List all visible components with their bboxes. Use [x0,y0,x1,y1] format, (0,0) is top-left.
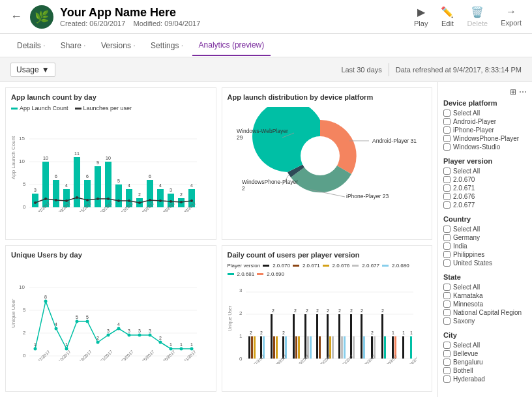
country-select-all-checkbox[interactable] [443,226,451,233]
legend-2681: 2.0.681 [228,271,255,277]
city-bothell-checkbox[interactable] [443,367,451,374]
svg-text:1: 1 [65,342,68,347]
svg-text:0: 0 [23,353,26,359]
player-2670-checkbox[interactable] [443,176,451,183]
city-bellevue-label: Bellevue [453,350,478,357]
legend-dot-launch [11,108,18,110]
svg-rect-167 [384,336,386,359]
state-select-all-checkbox[interactable] [443,284,451,291]
svg-text:WindowsPhone-Player: WindowsPhone-Player [242,179,298,185]
svg-text:0: 0 [23,204,26,210]
daily-legend: Player version 2.0.670 2.0.671 2.0.676 2… [228,263,427,277]
player-2671-label: 2.0.671 [453,184,475,192]
state-karnataka-checkbox[interactable] [443,292,451,299]
country-india-checkbox[interactable] [443,243,451,250]
device-platform-section: Device platform Select All Android-Playe… [443,99,527,151]
svg-point-55 [180,201,183,203]
back-button[interactable]: ← [10,10,22,23]
player-version-section: Player version Select All 2.0.670 2.0.67… [443,157,527,209]
device-select-all-label: Select All [453,110,480,117]
country-india-label: India [453,243,467,250]
launch-count-chart: App launch count by day App Launch Count… [5,87,216,240]
player-2677-checkbox[interactable] [443,201,451,209]
svg-text:09/01/2017: 09/01/2017 [179,349,197,360]
svg-text:1: 1 [190,342,193,347]
player-2677-label: 2.0.677 [453,201,475,209]
city-hyderabad-checkbox[interactable] [443,375,451,383]
donut-svg: Android-Player 31 iPhone-Player 23 Windo… [235,107,418,205]
legend-launches-user: Launches per user [75,105,132,111]
device-select-all-checkbox[interactable] [443,110,451,117]
legend-2676: 2.0.676 [323,263,350,269]
unique-users-area: 0 2 5 10 Unique User [11,263,211,364]
more-icon[interactable]: ⋯ [519,87,527,96]
svg-rect-149 [304,314,306,359]
svg-text:3: 3 [138,329,141,333]
svg-text:2: 2 [282,331,285,335]
device-winphone-checkbox[interactable] [443,135,451,142]
sidebar-top-icons: ⊞ ⋯ [443,87,527,96]
country-philippines-checkbox[interactable] [443,251,451,258]
country-germany-checkbox[interactable] [443,234,451,241]
svg-text:3: 3 [128,329,130,333]
country-philippines: Philippines [443,251,527,258]
svg-rect-137 [251,336,253,359]
launch-chart-title: App launch count by day [11,93,211,101]
svg-rect-154 [327,314,329,359]
tab-settings[interactable]: Settings• [144,36,189,55]
player-2671: 2.0.671 [443,184,527,192]
svg-text:5: 5 [117,179,120,183]
player-2676-label: 2.0.676 [453,193,475,200]
player-2670-label: 2.0.670 [453,176,475,183]
tab-versions[interactable]: Versions• [95,36,141,55]
tab-share[interactable]: Share• [54,36,92,55]
device-iphone: iPhone-Player [443,126,527,134]
svg-text:08/25/2017: 08/25/2017 [137,349,155,360]
city-bengaluru-checkbox[interactable] [443,359,451,366]
svg-text:4: 4 [117,322,120,327]
svg-point-43 [55,199,57,201]
svg-rect-21 [95,166,101,207]
svg-rect-162 [361,314,362,359]
state-saxony-checkbox[interactable] [443,317,451,325]
player-select-all-checkbox[interactable] [443,168,451,175]
device-iphone-checkbox[interactable] [443,126,451,134]
player-2671-checkbox[interactable] [443,184,451,192]
legend-player-label: Player version [228,263,261,269]
nav-tabs: Details• Share• Versions• Settings• Anal… [0,34,532,57]
city-select-all-checkbox[interactable] [443,342,451,349]
country-germany-label: Germany [453,234,480,241]
play-button[interactable]: ▶ Play [414,6,428,27]
usage-dropdown[interactable]: Usage ▼ [10,63,55,77]
svg-rect-152 [316,314,318,359]
city-section: City Select All Bellevue Bengaluru Bothe… [443,331,527,383]
delete-button[interactable]: 🗑️ Delete [467,6,488,27]
svg-point-86 [34,347,37,351]
city-bellevue-checkbox[interactable] [443,350,451,357]
device-winstudio-checkbox[interactable] [443,143,451,151]
player-2676-checkbox[interactable] [443,193,451,200]
svg-text:15: 15 [19,136,25,141]
export-button[interactable]: → Export [501,6,522,27]
city-bothell: Bothell [443,367,527,374]
country-us-checkbox[interactable] [443,259,451,267]
player-version-title: Player version [443,157,527,165]
device-winphone: WindowsPhone-Player [443,135,527,142]
launch-legend: App Launch Count Launches per user [11,105,211,111]
state-ncr-checkbox[interactable] [443,309,451,316]
edit-button[interactable]: ✏️ Edit [441,6,454,27]
svg-text:9: 9 [96,160,99,165]
country-india: India [443,243,527,250]
city-title: City [443,331,527,339]
state-minnesota-checkbox[interactable] [443,301,451,308]
device-android-checkbox[interactable] [443,118,451,125]
svg-rect-9 [32,194,38,207]
svg-text:iPhone-Player 23: iPhone-Player 23 [346,193,389,199]
svg-text:2: 2 [306,308,308,313]
legend-dot-user [75,108,81,110]
city-hyderabad: Hyderabad [443,375,527,383]
svg-point-48 [107,198,110,200]
grid-icon[interactable]: ⊞ [510,87,516,96]
tab-details[interactable]: Details• [10,36,52,55]
tab-analytics[interactable]: Analytics (preview) [192,35,271,56]
